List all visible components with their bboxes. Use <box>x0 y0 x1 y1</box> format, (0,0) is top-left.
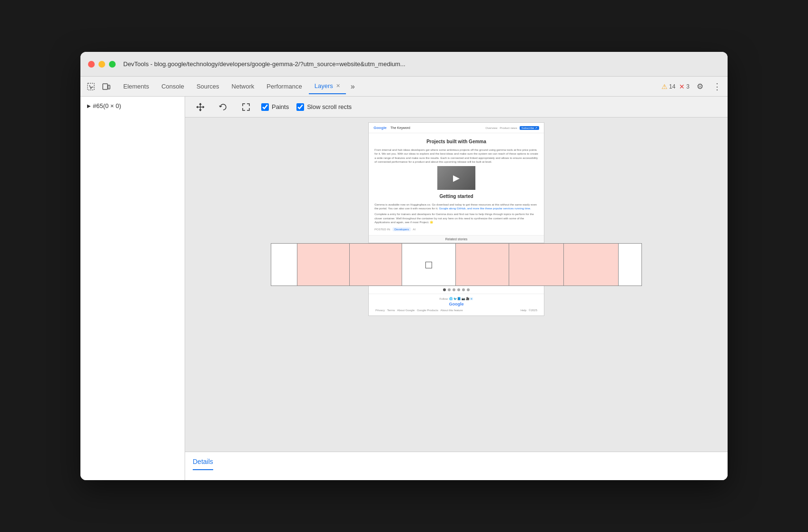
site-section-title: Getting started <box>374 192 538 201</box>
footer-links: Follow: 🌐 🐦 📘 📷 🎥 📧 <box>374 297 539 300</box>
footer-follow: Follow: 🌐 🐦 📘 📷 🎥 📧 <box>439 297 473 300</box>
tab-performance[interactable]: Performance <box>261 79 307 94</box>
site-paragraph-3: Complete a entry for trainers and develo… <box>374 212 538 224</box>
main-content: ▶ #65(0 × 0) <box>80 97 728 480</box>
layers-canvas[interactable]: Google The Keyword Overview Product news… <box>185 118 728 452</box>
details-tab[interactable]: Details <box>193 452 213 470</box>
fit-tool-button[interactable] <box>238 99 254 115</box>
layers-toolbar: Paints Slow scroll rects <box>185 97 728 118</box>
tab-bar: Elements Console Sources Network Perform… <box>80 77 728 97</box>
site-main-title: Projects built with Gemma <box>374 137 538 146</box>
dot-1[interactable] <box>443 288 446 291</box>
right-panel: Paints Slow scroll rects Googl <box>185 97 728 480</box>
slow-scroll-checkbox[interactable] <box>296 103 304 111</box>
inspect-icon[interactable] <box>84 80 98 93</box>
preview-container: Google The Keyword Overview Product news… <box>271 118 642 321</box>
error-icon: ✕ <box>679 83 685 90</box>
keyword-label: The Keyword <box>391 126 410 129</box>
tab-network[interactable]: Network <box>226 79 260 94</box>
posted-by: POSTED IN: Developers AI <box>374 227 538 231</box>
layer-pink-3[interactable] <box>456 244 509 286</box>
layer-pink-5[interactable] <box>564 244 619 286</box>
layer-empty-right <box>619 244 641 286</box>
layer-empty-left <box>271 244 297 286</box>
dot-3[interactable] <box>453 288 455 291</box>
site-content-area: Projects built with Gemma From internal … <box>369 133 544 235</box>
devtools-window: DevTools - blog.google/technology/develo… <box>80 52 728 480</box>
layer-pink-2[interactable] <box>350 244 402 286</box>
tab-layers-close[interactable]: ✕ <box>336 83 340 89</box>
layer-pink-1[interactable] <box>297 244 350 286</box>
warning-icon: ⚠ <box>661 83 668 90</box>
settings-button[interactable]: ⚙ <box>693 80 707 93</box>
site-video-thumbnail[interactable]: ▶ <box>437 166 475 190</box>
site-paragraph-1: From internal and hub ideas developers g… <box>374 148 538 164</box>
posted-tag2: AI <box>413 228 415 231</box>
svg-rect-1 <box>103 84 108 89</box>
left-panel: ▶ #65(0 × 0) <box>80 97 185 480</box>
webpage-preview: Google The Keyword Overview Product news… <box>368 122 544 243</box>
layer-tree-item[interactable]: ▶ #65(0 × 0) <box>84 100 181 111</box>
device-icon[interactable] <box>99 80 113 93</box>
move-tool-button[interactable] <box>193 99 208 115</box>
layer-inner-box <box>425 262 432 268</box>
tab-icons <box>84 80 113 93</box>
layer-middle[interactable] <box>402 244 456 286</box>
google-logo: Google <box>374 126 387 130</box>
pagination-dots <box>369 286 544 294</box>
window-title: DevTools - blog.google/technology/develo… <box>123 60 405 68</box>
related-stories-header: Related stories <box>369 235 544 243</box>
maximize-button[interactable] <box>109 61 116 68</box>
tab-console[interactable]: Console <box>156 79 190 94</box>
warning-badge[interactable]: ⚠ 14 <box>661 83 675 90</box>
footer-bottom: Privacy Terms About Google Google Produc… <box>374 308 539 313</box>
more-tabs-button[interactable]: » <box>347 82 359 91</box>
title-bar: DevTools - blog.google/technology/develo… <box>80 52 728 77</box>
traffic-lights <box>88 61 116 68</box>
layer-pink-4[interactable] <box>509 244 564 286</box>
dot-5[interactable] <box>462 288 465 291</box>
pagination-row: Follow: 🌐 🐦 📘 📷 🎥 📧 Google Privacy Terms… <box>368 286 544 316</box>
site-footer: Follow: 🌐 🐦 📘 📷 🎥 📧 Google Privacy Terms… <box>369 294 544 315</box>
dot-4[interactable] <box>457 288 460 291</box>
footer-google-logo: Google <box>374 302 539 306</box>
tab-sources[interactable]: Sources <box>191 79 225 94</box>
paints-checkbox-label[interactable]: Paints <box>261 103 289 111</box>
developers-tag: Developers <box>393 227 411 231</box>
slow-scroll-checkbox-label[interactable]: Slow scroll rects <box>296 103 352 111</box>
dot-6[interactable] <box>467 288 470 291</box>
error-badge[interactable]: ✕ 3 <box>679 83 690 90</box>
details-panel: Details <box>185 452 728 480</box>
devtools-panel: Elements Console Sources Network Perform… <box>80 77 728 480</box>
nav-links: Overview Product news Subscribe ↗ <box>485 126 539 129</box>
svg-rect-2 <box>108 85 110 89</box>
site-header: Google The Keyword Overview Product news… <box>369 123 544 133</box>
site-paragraph-2: Gemma is available now on Huggingface.co… <box>374 203 538 211</box>
rotate-tool-button[interactable] <box>216 99 231 115</box>
tab-bar-right: ⚠ 14 ✕ 3 ⚙ ⋮ <box>661 80 724 93</box>
tab-layers[interactable]: Layers ✕ <box>309 79 346 94</box>
tab-elements[interactable]: Elements <box>118 79 155 94</box>
play-icon: ▶ <box>453 173 460 183</box>
close-button[interactable] <box>88 61 95 68</box>
paints-checkbox[interactable] <box>261 103 269 111</box>
more-options-button[interactable]: ⋮ <box>710 80 724 93</box>
minimize-button[interactable] <box>99 61 105 68</box>
arrow-icon: ▶ <box>87 103 91 108</box>
layers-row <box>271 243 642 286</box>
dot-2[interactable] <box>448 288 451 291</box>
posted-label: POSTED IN: <box>374 228 391 231</box>
